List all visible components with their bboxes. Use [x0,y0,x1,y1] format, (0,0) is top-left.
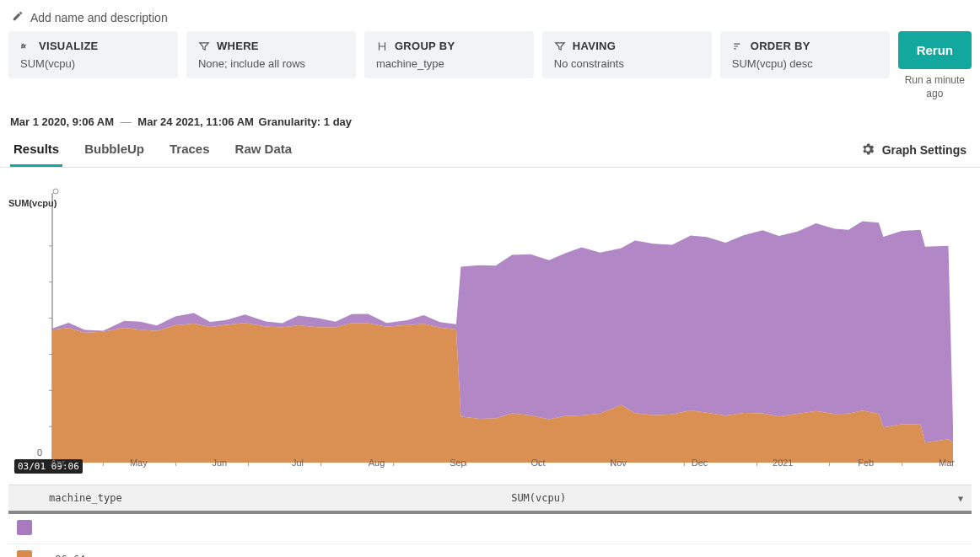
where-label: WHERE [217,40,259,52]
orderby-label: ORDER BY [751,40,810,52]
time-dash: — [117,115,135,128]
results-table: machine_type SUM(vcpu) ▼ x86_64 [8,485,972,557]
graph-settings-label: Graph Settings [882,143,967,157]
visualize-label: VISUALIZE [39,40,99,52]
fx-icon: fx [20,40,32,52]
where-pill[interactable]: WHERE None; include all rows [186,31,356,78]
graph-settings-button[interactable]: Graph Settings [857,135,970,166]
table-header-row: machine_type SUM(vcpu) ▼ [8,485,972,513]
tab-results[interactable]: Results [10,133,62,167]
col-swatch [8,485,40,513]
x-tick: Oct [530,458,545,468]
orderby-value: SUM(vcpu) desc [732,57,878,70]
x-tick: 2021 [773,458,793,468]
groupby-value: machine_type [376,57,522,70]
group-icon [376,40,388,52]
table-row[interactable]: x86_64 [8,544,972,557]
swatch-cell [8,512,40,544]
having-label: HAVING [573,40,616,52]
machine-type-cell [40,512,503,544]
time-end: Mar 24 2021, 11:06 AM [137,115,254,128]
tab-rawdata[interactable]: Raw Data [232,133,296,167]
query-builder-row: fx VISUALIZE SUM(vcpu) WHERE None; inclu… [0,31,980,100]
x-tick: Sep [450,458,466,468]
filter-icon [554,40,566,52]
rerun-button[interactable]: Rerun [898,31,972,69]
stacked-area-chart[interactable] [10,185,970,471]
visualize-pill[interactable]: fx VISUALIZE SUM(vcpu) [8,31,178,78]
page-title-placeholder[interactable]: Add name and description [30,11,168,24]
x-tick: Dec [692,458,708,468]
having-value: No constraints [554,57,700,70]
machine-type-cell: x86_64 [40,544,503,557]
col-machine-type[interactable]: machine_type [40,485,503,513]
y-tick-zero: 0 [37,447,42,458]
x-axis-ticks: AprMayJunJulAugSepOctNovDec2021FebMar [51,458,955,468]
orderby-pill[interactable]: ORDER BY SUM(vcpu) desc [720,31,890,78]
groupby-pill[interactable]: GROUP BY machine_type [364,31,534,78]
x-tick: Jul [292,458,304,468]
x-tick: Aug [369,458,385,468]
sort-icon [732,40,744,52]
y-axis-label: SUM(vcpu) [8,198,57,208]
time-range-bar[interactable]: Mar 1 2020, 9:06 AM — Mar 24 2021, 11:06… [0,100,980,133]
chart-area[interactable]: SUM(vcpu) 0 03/01 09:06 AprMayJunJulAugS… [0,168,980,471]
col-sum-vcpu[interactable]: SUM(vcpu) ▼ [503,485,972,513]
filter-icon [198,40,210,52]
x-tick: Feb [858,458,874,468]
table-row[interactable] [8,512,972,544]
col-sum-vcpu-label: SUM(vcpu) [511,492,566,504]
swatch-cell [8,544,40,557]
tab-traces[interactable]: Traces [166,133,213,167]
page-header: Add name and description [0,0,980,31]
sum-vcpu-cell [503,512,972,544]
granularity-label: Granularity: [259,115,321,128]
time-start: Mar 1 2020, 9:06 AM [10,115,114,128]
pencil-icon[interactable] [12,10,24,24]
x-tick: Jun [212,458,227,468]
x-tick: Apr [51,458,65,468]
sum-vcpu-cell [503,544,972,557]
tab-bubbleup[interactable]: BubbleUp [81,133,148,167]
groupby-label: GROUP BY [395,40,455,52]
where-value: None; include all rows [198,57,344,70]
tabs-row: Results BubbleUp Traces Raw Data Graph S… [0,133,980,168]
svg-text:fx: fx [21,43,26,49]
x-tick: Mar [939,458,955,468]
x-tick: Nov [610,458,627,468]
granularity-value: 1 day [324,115,352,128]
x-tick: May [130,458,148,468]
results-table-wrap: machine_type SUM(vcpu) ▼ x86_64 [0,471,980,557]
rerun-column: Rerun Run a minute ago [898,31,972,100]
gear-icon [860,142,875,159]
visualize-value: SUM(vcpu) [20,57,166,70]
svg-point-8 [53,189,58,194]
rerun-subtext: Run a minute ago [901,74,968,100]
having-pill[interactable]: HAVING No constraints [542,31,712,78]
sort-caret-icon: ▼ [958,494,963,503]
